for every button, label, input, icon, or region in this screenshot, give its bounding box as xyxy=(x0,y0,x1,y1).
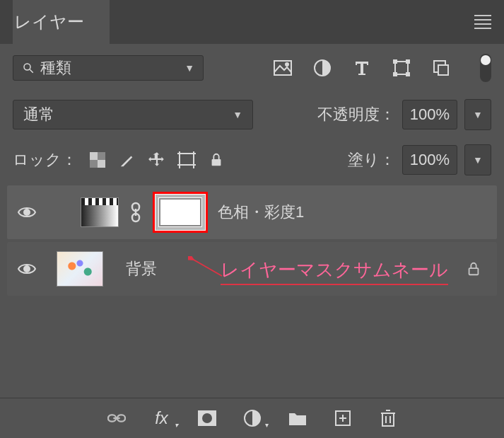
svg-line-1 xyxy=(30,69,33,73)
chevron-down-icon: ▼ xyxy=(184,62,194,74)
layer-thumbnail[interactable] xyxy=(57,251,103,287)
svg-rect-9 xyxy=(406,73,409,76)
delete-layer-button[interactable] xyxy=(379,409,397,427)
svg-point-3 xyxy=(286,63,288,66)
svg-point-32 xyxy=(202,413,212,423)
svg-line-27 xyxy=(192,259,222,276)
chevron-down-icon: ▼ xyxy=(473,154,483,166)
fill-group: 塗り： 100% ▼ xyxy=(348,144,491,175)
svg-point-21 xyxy=(24,209,30,215)
lock-pixels-icon[interactable] xyxy=(118,151,136,169)
annotation-arrow xyxy=(188,256,223,280)
panel-title: レイヤー xyxy=(14,11,84,33)
fill-dropdown[interactable]: ▼ xyxy=(464,144,491,175)
svg-rect-14 xyxy=(98,160,105,168)
fill-label: 塗り： xyxy=(348,149,395,171)
svg-rect-6 xyxy=(394,60,397,63)
adjustment-thumbnail[interactable] xyxy=(81,197,119,227)
panel-header: レイヤー xyxy=(0,0,504,44)
layer-name[interactable]: 色相・彩度1 xyxy=(218,202,304,223)
link-layers-button[interactable] xyxy=(107,409,126,427)
blend-mode-label: 通常 xyxy=(23,104,54,125)
panel-menu-button[interactable] xyxy=(474,15,491,29)
visibility-toggle[interactable] xyxy=(13,205,41,219)
add-mask-button[interactable] xyxy=(198,409,216,427)
svg-point-25 xyxy=(24,266,30,272)
eye-icon xyxy=(17,205,37,219)
filter-row: 種類 ▼ xyxy=(0,44,504,92)
layer-lock-icon[interactable] xyxy=(466,260,481,277)
filter-buttons xyxy=(274,54,491,82)
svg-rect-15 xyxy=(180,154,194,165)
blend-row: 通常 ▼ 不透明度： 100% ▼ xyxy=(0,92,504,137)
visibility-toggle[interactable] xyxy=(13,262,41,276)
lock-position-icon[interactable] xyxy=(148,151,166,169)
opacity-group: 不透明度： 100% ▼ xyxy=(317,99,491,130)
opacity-dropdown[interactable]: ▼ xyxy=(464,99,491,130)
filter-shape-icon[interactable] xyxy=(392,59,411,77)
svg-rect-26 xyxy=(469,268,479,275)
panel-tab-layers[interactable]: レイヤー xyxy=(13,0,110,44)
layer-name[interactable]: 背景 xyxy=(126,258,157,279)
opacity-value[interactable]: 100% xyxy=(402,100,457,129)
new-layer-button[interactable] xyxy=(334,409,352,427)
lock-row: ロック： 塗り： 100% ▼ xyxy=(0,137,504,183)
chevron-down-icon: ▼ xyxy=(233,109,242,120)
bottom-toolbar: fx▾ ▾ xyxy=(0,398,504,438)
search-icon xyxy=(22,62,35,74)
filter-pixel-icon[interactable] xyxy=(274,59,292,77)
filter-type-label: 種類 xyxy=(40,57,184,79)
svg-rect-13 xyxy=(90,152,98,160)
svg-rect-7 xyxy=(406,60,409,63)
layer-mask-thumbnail[interactable] xyxy=(153,192,208,233)
lock-label: ロック： xyxy=(13,149,77,171)
eye-icon xyxy=(17,262,37,276)
svg-rect-11 xyxy=(438,65,448,75)
lock-all-icon[interactable] xyxy=(207,151,225,169)
filter-adjustment-icon[interactable] xyxy=(313,59,332,77)
filter-toggle[interactable] xyxy=(480,54,491,82)
layer-row[interactable]: 背景 xyxy=(7,242,497,296)
svg-rect-37 xyxy=(382,413,394,426)
opacity-label: 不透明度： xyxy=(317,104,395,125)
blend-mode-select[interactable]: 通常 ▼ xyxy=(13,100,253,129)
chevron-down-icon: ▼ xyxy=(473,109,483,120)
lock-icons xyxy=(88,151,225,169)
lock-artboard-icon[interactable] xyxy=(177,151,196,169)
new-group-button[interactable] xyxy=(288,409,307,427)
filter-type-select[interactable]: 種類 ▼ xyxy=(13,55,204,81)
filter-type-icon[interactable] xyxy=(353,59,371,77)
svg-point-0 xyxy=(24,64,30,70)
layers-list: 色相・彩度1 背景 xyxy=(0,183,504,296)
fill-value[interactable]: 100% xyxy=(402,145,457,175)
layer-row[interactable]: 色相・彩度1 xyxy=(7,185,497,239)
fx-button[interactable]: fx▾ xyxy=(153,409,171,427)
filter-smartobject-icon[interactable] xyxy=(432,59,450,77)
lock-transparent-icon[interactable] xyxy=(88,151,107,169)
svg-rect-8 xyxy=(394,73,397,76)
svg-rect-20 xyxy=(212,159,221,166)
link-icon xyxy=(129,202,143,223)
new-adjustment-button[interactable]: ▾ xyxy=(243,409,262,427)
